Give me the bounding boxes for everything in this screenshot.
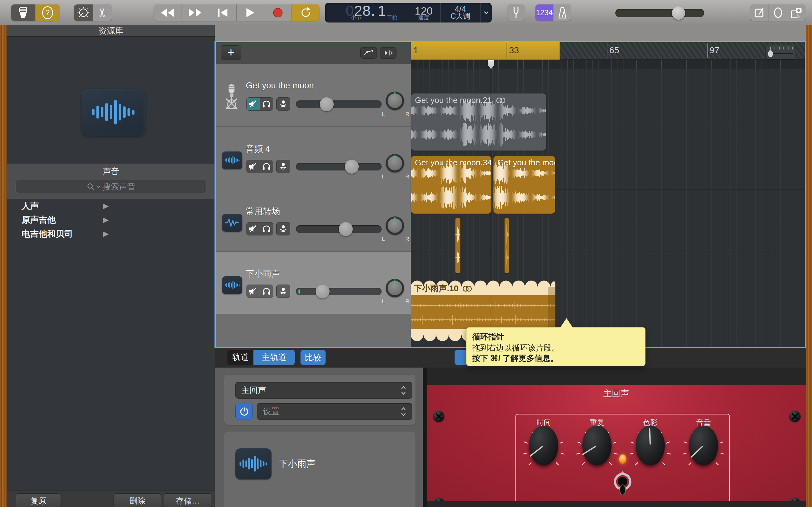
knob-body[interactable] [582,426,612,465]
sidebar-item-electric-guitar-bass[interactable]: 电吉他和贝司 ▶ [7,227,112,241]
rewind-button[interactable] [154,4,182,21]
input-monitoring-button[interactable] [276,285,290,298]
fast-forward-button[interactable] [182,4,209,21]
zoom-thumb[interactable] [768,49,773,57]
compare-button[interactable]: 比较 [300,350,326,365]
undo-button[interactable]: 复原 [16,493,61,507]
track-header-4-selected[interactable]: 下小雨声 [216,251,411,314]
pan-knob[interactable] [386,154,404,172]
plugin-selector-value: 主回声 [241,385,266,396]
pan-knob[interactable] [386,279,404,297]
track-header-2[interactable]: 音频 4 [216,127,411,189]
knob-body[interactable] [689,426,718,465]
input-monitoring-button[interactable] [276,160,290,173]
track-volume-slider[interactable] [296,101,382,108]
tab-tracks[interactable]: 轨道 [227,350,253,365]
input-monitoring-button[interactable] [276,222,290,235]
beat-ruler-strip[interactable] [411,60,805,69]
knob-time[interactable]: 时间 [518,418,569,473]
count-in-button[interactable]: 1234 [536,4,554,21]
sidebar-item-acoustic-guitar[interactable]: 原声吉他 ▶ [7,213,112,227]
go-to-beginning-button[interactable] [209,4,237,21]
knob-repeat[interactable]: 重复 [571,418,622,473]
headphones-button[interactable] [260,285,273,297]
search-input[interactable]: 搜索声音 [15,180,207,193]
pan-knob[interactable] [386,216,404,235]
quick-help-button[interactable]: ? [36,4,60,21]
lcd-position-section[interactable]: 028.1 小节 节拍 [325,3,407,22]
audio-region-get-you-the-moon-34[interactable]: Get you the moon.34 [411,156,492,214]
knob-volume[interactable]: 音量 [678,418,729,473]
headphones-button[interactable] [260,160,273,173]
lcd-tempo-section[interactable]: 120 速度 [407,3,441,22]
zoom-track [770,53,793,54]
add-track-button[interactable]: + [221,45,241,60]
transition-zigzag-icon [222,214,242,232]
mute-button[interactable] [247,285,260,297]
tab-master-track[interactable]: 主轨道 [253,350,295,365]
sidebar-item-vocals[interactable]: 人声 ▶ [7,199,112,213]
headphones-button[interactable] [260,222,273,235]
delete-button[interactable]: 删除 [113,493,161,507]
track-volume-thumb[interactable] [345,160,359,174]
track-header-3[interactable]: 常用转场 [216,189,411,251]
track-volume-thumb[interactable] [320,97,334,111]
play-button[interactable] [237,4,264,21]
record-button[interactable] [264,4,292,21]
audio-region-get-you-the-moon-tail[interactable]: Get you the moo [493,156,555,214]
pan-knob[interactable] [386,92,404,110]
track-name[interactable]: 音频 4 [246,143,270,155]
smart-controls-button[interactable] [74,4,93,21]
track-name[interactable]: Get you the moon [246,81,314,91]
timeline-ruler[interactable]: 1 33 65 97 [411,42,805,60]
library-toggle-button[interactable] [11,4,36,21]
transition-region-1[interactable] [455,218,461,273]
timeline-body[interactable]: Get you the moon.21 Get you the moon.34 … [411,69,805,347]
pan-right-label: R [405,236,409,242]
plugin-power-button[interactable] [235,403,253,420]
track-name[interactable]: 常用转场 [246,206,280,217]
track-volume-thumb[interactable] [339,222,353,236]
mute-button[interactable] [247,160,260,173]
headphones-button[interactable] [260,98,273,110]
lcd-key-section[interactable]: 4/4 C大调 [441,3,480,22]
cycle-button[interactable] [292,4,319,21]
metronome-button[interactable] [554,4,571,21]
automation-icon [363,49,374,56]
mute-button[interactable] [247,222,260,235]
cycle-region[interactable] [411,42,560,60]
input-monitoring-button[interactable] [276,97,290,111]
track-volume-slider[interactable] [296,225,382,233]
lcd-display[interactable]: 028.1 小节 节拍 120 速度 4/4 C大调 [325,3,492,22]
master-volume-slider[interactable] [615,9,704,17]
settings-selector[interactable]: 设置 [257,403,412,420]
media-browser-button[interactable]: ♪ [787,4,806,21]
disclosure-arrow-icon: ▶ [103,202,108,210]
track-volume-slider[interactable] [296,288,382,295]
track-echo-card: 下小雨声 主回声: ✓ 拖移滑块以调整轨道“下小雨声”可获得的主回声量。 [224,432,415,507]
tuner-button[interactable] [507,4,525,21]
master-volume-thumb[interactable] [672,6,685,20]
loop-browser-button[interactable] [769,4,787,21]
horizontal-zoom-slider[interactable] [765,45,796,59]
track-name[interactable]: 下小雨声 [246,268,280,279]
save-button[interactable]: 存储… [164,493,212,507]
track-header-1[interactable]: Get you the moon [216,64,411,127]
note-pad-button[interactable] [750,4,769,21]
playhead[interactable] [491,60,491,347]
plugin-selector[interactable]: 主回声 [235,382,412,399]
lcd-mode-chevron[interactable] [480,3,492,22]
automation-button[interactable] [360,47,377,59]
catch-playhead-button[interactable] [380,47,397,59]
knob-body[interactable] [636,426,665,465]
editors-button[interactable]: ✂ [93,4,112,21]
sounds-section: 声音 搜索声音 [7,163,215,199]
knob-color[interactable]: 色彩 [625,418,676,473]
track-volume-slider[interactable] [296,163,382,170]
toggle-switch[interactable] [613,470,632,498]
mute-button[interactable] [247,98,260,110]
knob-body[interactable] [529,426,558,465]
transition-region-2[interactable] [504,218,509,273]
audio-region-get-you-the-moon-21[interactable]: Get you the moon.21 [411,93,547,151]
track-volume-thumb[interactable] [316,285,329,298]
